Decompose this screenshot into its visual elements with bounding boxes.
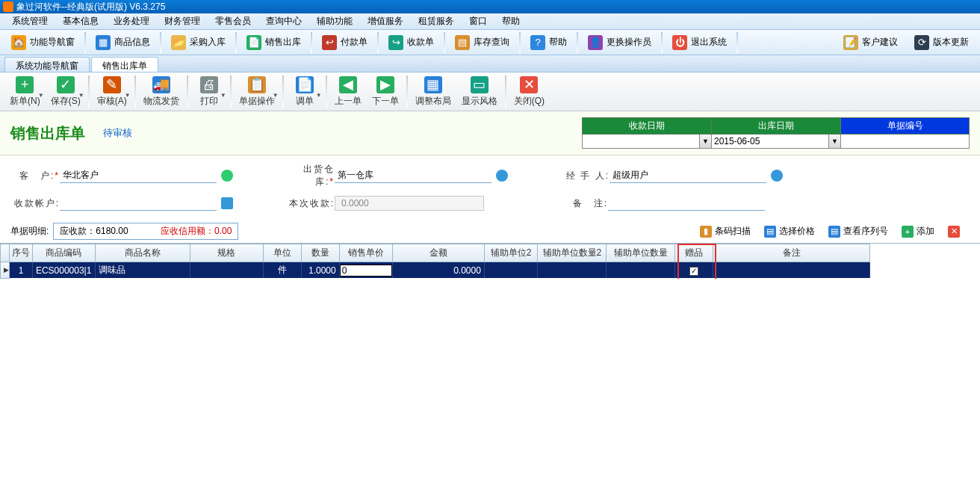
list-icon[interactable]	[221, 197, 233, 209]
cell[interactable]: ✓	[675, 262, 713, 279]
col-单位[interactable]: 单位	[263, 244, 301, 262]
col-赠品[interactable]: 赠品	[675, 244, 713, 262]
dropdown-icon[interactable]: ▼	[699, 135, 711, 148]
user-icon[interactable]	[221, 170, 233, 182]
col-备注[interactable]: 备注	[713, 244, 870, 262]
handler-input[interactable]	[610, 168, 766, 183]
doc-btn-物流发货[interactable]: 🚚物流发货	[138, 74, 184, 110]
tab-销售出库单[interactable]: 销售出库单	[91, 57, 158, 72]
remark-input[interactable]	[608, 196, 765, 211]
cell[interactable]	[339, 262, 393, 279]
menu-item[interactable]: 财务管理	[157, 13, 208, 30]
col-序号[interactable]: 序号	[10, 244, 33, 262]
chevron-down-icon: ▼	[220, 92, 226, 99]
cell[interactable]	[538, 262, 607, 279]
toolbar-商品信息[interactable]: ▦商品信息	[87, 31, 158, 54]
menu-item[interactable]: 增值服务	[360, 13, 411, 30]
cell[interactable]: 件	[263, 262, 301, 279]
menu-item[interactable]: 系统管理	[4, 13, 55, 30]
toolbar-销售出库[interactable]: 📄销售出库	[238, 31, 309, 54]
col-辅助单位数量2[interactable]: 辅助单位数量2	[538, 244, 607, 262]
app-logo-icon	[3, 1, 13, 12]
price-input[interactable]	[340, 265, 393, 277]
col-商品编码[interactable]: 商品编码	[32, 244, 95, 262]
toolbar-版本更新[interactable]: ⟳版本更新	[906, 31, 977, 54]
separator	[505, 75, 506, 108]
cell[interactable]	[607, 262, 675, 279]
account-input[interactable]	[60, 196, 217, 211]
menu-item[interactable]: 租赁服务	[411, 13, 462, 30]
action-查看序列号[interactable]: ▤查看序列号	[822, 223, 895, 240]
out-date-input[interactable]	[712, 135, 828, 148]
doc-btn-单据操作[interactable]: 📋单据操作▼	[234, 74, 280, 110]
toolbar-icon: ⟳	[914, 35, 929, 50]
toolbar-退出系统[interactable]: ⏻退出系统	[664, 31, 735, 54]
cell[interactable]: 0.0000	[393, 262, 485, 279]
person-icon[interactable]	[771, 170, 783, 182]
dropdown-icon[interactable]: ▼	[828, 135, 840, 148]
doc-btn-调整布局[interactable]: ▦调整布局	[410, 74, 456, 110]
action-delete[interactable]: ✕	[941, 223, 970, 240]
receipt-date-input[interactable]	[583, 135, 699, 148]
receivable-text: 应收款：6180.00	[60, 226, 128, 236]
menu-item[interactable]: 查询中心	[258, 13, 309, 30]
col-规格[interactable]: 规格	[190, 244, 263, 262]
menu-item[interactable]: 辅助功能	[309, 13, 360, 30]
bill-no-input[interactable]	[841, 135, 969, 148]
doc-icon: 📋	[248, 76, 266, 93]
doc-btn-打印[interactable]: 🖨打印▼	[190, 74, 228, 110]
doc-btn-下一单[interactable]: ▶下一单	[367, 74, 404, 110]
toolbar-采购入库[interactable]: 📂采购入库	[163, 31, 234, 54]
toolbar-功能导航窗[interactable]: 🏠功能导航窗	[3, 31, 83, 54]
menu-item[interactable]: 窗口	[462, 13, 494, 30]
toolbar-客户建议[interactable]: 📝客户建议	[835, 31, 906, 54]
doc-btn-上一单[interactable]: ◀上一单	[329, 74, 367, 110]
col-金额[interactable]: 金额	[393, 244, 485, 262]
cell[interactable]: 1	[10, 262, 33, 279]
toolbar-付款单[interactable]: ↩付款单	[314, 31, 376, 54]
cell[interactable]	[190, 262, 263, 279]
action-条码扫描[interactable]: ▮条码扫描	[693, 223, 757, 240]
cell[interactable]: ECS000003|1	[32, 262, 95, 279]
doc-btn-关闭(Q)[interactable]: ✕关闭(Q)	[509, 74, 550, 110]
book-icon[interactable]	[496, 170, 508, 182]
doc-btn-调单[interactable]: 📄调单▼	[286, 74, 323, 110]
doc-label: 打印	[200, 95, 218, 108]
doc-btn-保存(S)[interactable]: ✓保存(S)▼	[46, 74, 86, 110]
doc-label: 调单	[296, 95, 314, 108]
cell[interactable]	[484, 262, 538, 279]
doc-btn-显示风格[interactable]: ▭显示风格	[456, 74, 503, 110]
col-销售单价[interactable]: 销售单价	[339, 244, 393, 262]
this-pay-label: 本次收款:	[285, 197, 335, 210]
col-数量[interactable]: 数量	[301, 244, 339, 262]
tab-系统功能导航窗[interactable]: 系统功能导航窗	[4, 57, 90, 72]
doc-btn-新单(N)[interactable]: +新单(N)▼	[4, 74, 46, 110]
cell[interactable]: 1.0000	[301, 262, 339, 279]
toolbar-帮助[interactable]: ?帮助	[522, 31, 575, 54]
action-选择价格[interactable]: ▤选择价格	[757, 223, 822, 240]
toolbar-库存查询[interactable]: ▤库存查询	[447, 31, 518, 54]
toolbar-更换操作员[interactable]: 👤更换操作员	[580, 31, 660, 54]
cell[interactable]: 调味品	[95, 262, 190, 279]
toolbar-收款单[interactable]: ↪收款单	[380, 31, 442, 54]
toolbar-icon: ⏻	[672, 35, 687, 50]
action-label: 条码扫描	[715, 225, 751, 238]
doc-btn-审核(A)[interactable]: ✎审核(A)▼	[92, 74, 132, 110]
col-辅助单位数量[interactable]: 辅助单位数量	[607, 244, 675, 262]
menu-item[interactable]: 基本信息	[55, 13, 106, 30]
chevron-down-icon: ▼	[273, 92, 279, 99]
menu-item[interactable]: 零售会员	[208, 13, 258, 30]
cell[interactable]	[713, 262, 870, 279]
doc-label: 上一单	[335, 95, 362, 108]
action-添加[interactable]: +添加	[895, 223, 941, 240]
menu-item[interactable]: 帮助	[494, 13, 527, 30]
col-商品名称[interactable]: 商品名称	[95, 244, 190, 262]
row-handle[interactable]: ▶	[1, 262, 10, 279]
warehouse-input[interactable]	[335, 168, 491, 183]
this-pay-input[interactable]	[335, 196, 484, 211]
chevron-down-icon: ▼	[78, 92, 84, 99]
col-辅助单位2[interactable]: 辅助单位2	[484, 244, 538, 262]
customer-input[interactable]	[60, 168, 217, 183]
menu-item[interactable]: 业务处理	[106, 13, 157, 30]
gift-checkbox[interactable]: ✓	[689, 267, 698, 276]
